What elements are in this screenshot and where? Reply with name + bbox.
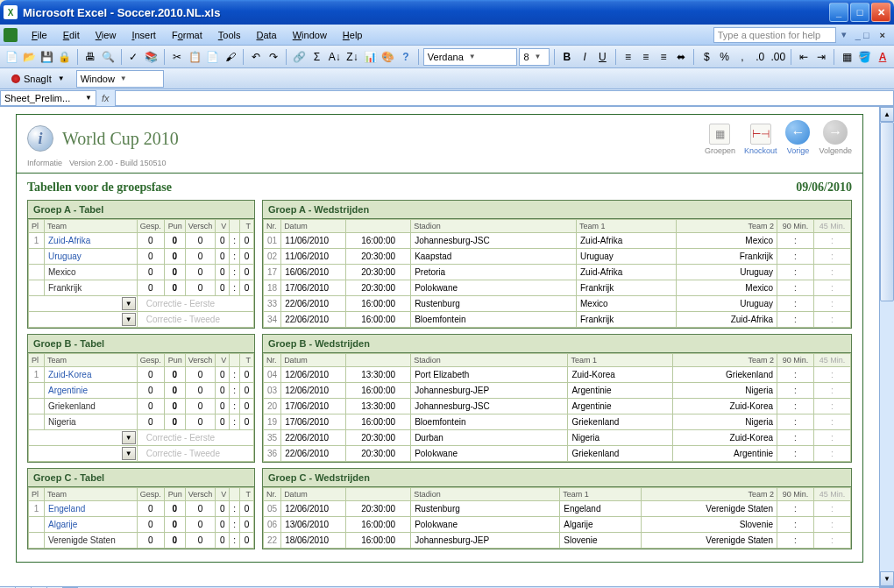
doc-restore-button[interactable]: _ □ bbox=[852, 30, 873, 40]
correction-dropdown[interactable]: ▼ bbox=[29, 446, 138, 462]
format-painter-icon[interactable]: 🖌 bbox=[223, 47, 238, 67]
match-45min[interactable]: : bbox=[814, 265, 851, 280]
open-icon[interactable]: 📂 bbox=[21, 47, 37, 67]
info-icon[interactable]: i bbox=[27, 125, 53, 152]
drawing-icon[interactable]: 🎨 bbox=[380, 47, 395, 67]
correction-dropdown[interactable]: ▼ bbox=[29, 312, 138, 328]
match-90min[interactable]: : bbox=[777, 280, 814, 296]
match-90min[interactable]: : bbox=[777, 312, 814, 328]
doc-minimize-button[interactable]: ▾ bbox=[838, 29, 850, 40]
menu-insert[interactable]: Insert bbox=[124, 27, 163, 43]
match-45min[interactable]: : bbox=[814, 383, 851, 399]
currency-icon[interactable]: $ bbox=[699, 47, 714, 67]
match-45min[interactable]: : bbox=[814, 249, 851, 265]
align-left-icon[interactable]: ≡ bbox=[620, 47, 635, 67]
scroll-thumb[interactable] bbox=[880, 122, 894, 301]
match-90min[interactable]: : bbox=[777, 399, 814, 414]
menu-tools[interactable]: Tools bbox=[211, 27, 248, 43]
worksheet-area[interactable]: i World Cup 2010 ▦ Groepen ⊢⊣ Knockout ←… bbox=[0, 107, 879, 586]
standing-team[interactable]: Algarije bbox=[45, 517, 138, 533]
help-question-input[interactable] bbox=[713, 27, 836, 43]
match-45min[interactable]: : bbox=[814, 312, 851, 328]
maximize-button[interactable]: □ bbox=[850, 3, 869, 22]
match-90min[interactable]: : bbox=[777, 265, 814, 280]
help-icon[interactable]: ? bbox=[398, 47, 414, 67]
font-color-icon[interactable]: A bbox=[875, 47, 890, 67]
save-icon[interactable]: 💾 bbox=[39, 47, 55, 67]
copy-icon[interactable]: 📋 bbox=[187, 47, 202, 67]
match-90min[interactable]: : bbox=[777, 533, 814, 549]
match-90min[interactable]: : bbox=[777, 517, 814, 533]
decrease-indent-icon[interactable]: ⇤ bbox=[796, 47, 812, 67]
vorige-button[interactable]: ← Vorige bbox=[785, 120, 810, 155]
menu-data[interactable]: Data bbox=[249, 27, 283, 43]
match-45min[interactable]: : bbox=[814, 414, 851, 430]
menu-help[interactable]: Help bbox=[336, 27, 370, 43]
minimize-button[interactable]: _ bbox=[829, 3, 848, 22]
match-90min[interactable]: : bbox=[777, 249, 814, 265]
correction-dropdown[interactable]: ▼ bbox=[29, 296, 138, 312]
merge-icon[interactable]: ⬌ bbox=[673, 47, 689, 67]
sort-desc-icon[interactable]: Z↓ bbox=[344, 47, 360, 67]
match-45min[interactable]: : bbox=[814, 533, 851, 549]
decrease-decimal-icon[interactable]: .00 bbox=[770, 47, 786, 67]
excel-doc-icon[interactable] bbox=[4, 28, 18, 42]
new-icon[interactable]: 📄 bbox=[4, 47, 19, 67]
match-45min[interactable]: : bbox=[814, 501, 851, 517]
match-90min[interactable]: : bbox=[777, 383, 814, 399]
formula-input[interactable] bbox=[115, 90, 894, 106]
match-45min[interactable]: : bbox=[814, 517, 851, 533]
match-90min[interactable]: : bbox=[777, 501, 814, 517]
doc-close-button[interactable]: × bbox=[875, 30, 890, 40]
permission-icon[interactable]: 🔒 bbox=[57, 47, 73, 67]
standing-team[interactable]: Uruguay bbox=[45, 249, 138, 265]
autosum-icon[interactable]: Σ bbox=[309, 47, 324, 67]
match-90min[interactable]: : bbox=[777, 430, 814, 446]
standing-team[interactable]: Argentinie bbox=[45, 383, 138, 399]
fill-color-icon[interactable]: 🪣 bbox=[857, 47, 873, 67]
font-size-select[interactable]: 8▼ bbox=[519, 48, 549, 66]
match-45min[interactable]: : bbox=[814, 233, 851, 249]
match-90min[interactable]: : bbox=[777, 446, 814, 462]
increase-indent-icon[interactable]: ⇥ bbox=[813, 47, 829, 67]
hyperlink-icon[interactable]: 🔗 bbox=[291, 47, 307, 67]
align-right-icon[interactable]: ≡ bbox=[656, 47, 671, 67]
increase-decimal-icon[interactable]: .0 bbox=[752, 47, 768, 67]
match-45min[interactable]: : bbox=[814, 399, 851, 414]
correction-dropdown[interactable]: ▼ bbox=[29, 430, 138, 446]
italic-icon[interactable]: I bbox=[577, 47, 592, 67]
menu-format[interactable]: Format bbox=[165, 27, 209, 43]
menu-window[interactable]: Window bbox=[286, 27, 334, 43]
match-90min[interactable]: : bbox=[777, 296, 814, 312]
font-select[interactable]: Verdana▼ bbox=[423, 48, 518, 66]
comma-icon[interactable]: , bbox=[734, 47, 750, 67]
chart-icon[interactable]: 📊 bbox=[362, 47, 378, 67]
print-preview-icon[interactable]: 🔍 bbox=[100, 47, 116, 67]
borders-icon[interactable]: ▦ bbox=[839, 47, 855, 67]
sort-asc-icon[interactable]: A↓ bbox=[327, 47, 343, 67]
snagit-button[interactable]: SnagIt▼ bbox=[5, 71, 71, 87]
redo-icon[interactable]: ↷ bbox=[266, 47, 281, 67]
close-button[interactable]: ✕ bbox=[871, 3, 890, 22]
match-90min[interactable]: : bbox=[777, 414, 814, 430]
name-box[interactable]: Sheet_Prelim...▼ bbox=[0, 90, 96, 106]
menu-view[interactable]: View bbox=[89, 27, 124, 43]
match-45min[interactable]: : bbox=[814, 280, 851, 296]
knockout-button[interactable]: ⊢⊣ Knockout bbox=[744, 124, 777, 155]
standing-team[interactable]: Zuid-Afrika bbox=[45, 233, 138, 249]
undo-icon[interactable]: ↶ bbox=[248, 47, 264, 67]
align-center-icon[interactable]: ≡ bbox=[638, 47, 654, 67]
match-45min[interactable]: : bbox=[814, 296, 851, 312]
chevron-down-icon[interactable]: ▼ bbox=[122, 313, 136, 326]
research-icon[interactable]: 📚 bbox=[144, 47, 160, 67]
chevron-down-icon[interactable]: ▼ bbox=[122, 431, 136, 444]
menu-edit[interactable]: Edit bbox=[56, 27, 87, 43]
vertical-scrollbar[interactable]: ▲ ▼ bbox=[879, 107, 894, 586]
snagit-window-select[interactable]: Window▼ bbox=[76, 70, 164, 88]
match-45min[interactable]: : bbox=[814, 446, 851, 462]
percent-icon[interactable]: % bbox=[717, 47, 733, 67]
spelling-icon[interactable]: ✓ bbox=[125, 47, 141, 67]
bold-icon[interactable]: B bbox=[559, 47, 575, 67]
standing-team[interactable]: Zuid-Korea bbox=[45, 367, 138, 383]
paste-icon[interactable]: 📄 bbox=[204, 47, 220, 67]
